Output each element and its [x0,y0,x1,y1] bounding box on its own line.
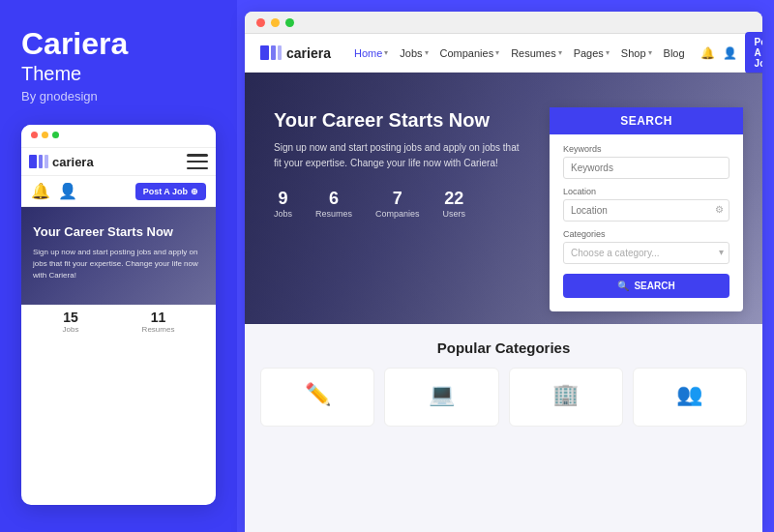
nav-post-job-button[interactable]: Post A Job ⊕ [745,32,762,74]
hero-stat-resumes-num: 6 [315,189,352,209]
hero-stat-users-num: 22 [443,189,466,209]
brand-subtitle: Theme [21,63,216,85]
nav-links: Home ▾ Jobs ▾ Companies ▾ Resumes ▾ Page… [354,47,685,59]
brand-name: Cariera [21,27,216,61]
hero-stat-jobs-num: 9 [274,189,292,209]
mobile-dot-yellow [42,132,48,138]
mobile-nav: cariera [21,148,216,176]
popular-section-title: Popular Categories [260,340,747,356]
hero-stat-resumes-label: Resumes [315,209,352,219]
ham-line-1 [187,154,208,157]
svg-rect-0 [29,155,37,168]
category-card-3[interactable]: 👥 [633,368,747,427]
nav-logo-text: cariera [286,45,331,61]
nav-link-shop[interactable]: Shop ▾ [621,47,652,59]
nav-right: 🔔 👤 Post A Job ⊕ [700,32,762,74]
nav-chevron-jobs: ▾ [425,48,429,57]
keywords-label: Keywords [563,144,729,154]
categories-chevron-icon: ▾ [719,247,724,257]
left-panel: Cariera Theme By gnodesign cariera [0,0,237,532]
mobile-stat-jobs-label: Jobs [63,325,79,334]
mobile-stat-resumes: 11 Resumes [142,310,175,334]
hero-stat-companies-num: 7 [375,189,420,209]
browser-dot-green [285,18,294,27]
hero-content: Your Career Starts Now Sign up now and s… [245,73,762,311]
nav-user-icon[interactable]: 👤 [723,46,737,60]
mobile-hero-title: Your Career Starts Now [33,224,204,241]
nav-link-companies[interactable]: Companies ▾ [440,47,500,59]
location-label: Location [563,187,729,196]
category-card-0[interactable]: ✏️ [260,368,374,427]
mobile-preview: cariera 🔔 👤 Post A Job ⊕ Your Career S [21,125,216,505]
location-icon: ⚙ [715,204,724,215]
nav-logo-icon [260,45,282,60]
hero-subtitle: Sign up now and start posting jobs and a… [274,140,525,171]
search-button-icon: 🔍 [617,281,629,291]
mobile-hero-content: Your Career Starts Now Sign up now and s… [33,224,204,281]
categories-select[interactable]: Choose a category... [563,242,729,264]
mobile-post-job-label: Post A Job [143,187,188,196]
mobile-stat-jobs: 15 Jobs [63,310,79,334]
mobile-window-dots [31,132,206,138]
ham-line-2 [187,161,208,163]
search-button-label: SEARCH [634,281,674,291]
nav-post-job-label: Post A Job [755,37,762,69]
category-card-2[interactable]: 🏢 [509,368,623,427]
mobile-post-job-button[interactable]: Post A Job ⊕ [135,183,206,200]
svg-rect-4 [271,45,276,60]
search-panel: SEARCH Keywords Location ⚙ Categories Ch… [550,107,743,311]
popular-section: Popular Categories ✏️ 💻 🏢 👥 [245,324,762,532]
nav-chevron-pages: ▾ [606,48,610,57]
location-field: ⚙ [563,199,729,229]
brand-by: By gnodesign [21,89,216,103]
mobile-stat-resumes-num: 11 [142,310,175,325]
mobile-hero: Your Career Starts Now Sign up now and s… [21,207,216,305]
nav-logo: cariera [260,45,331,61]
category-icon-2: 🏢 [518,382,614,407]
location-input[interactable] [563,199,729,222]
nav-link-jobs[interactable]: Jobs ▾ [400,47,428,59]
svg-rect-1 [39,155,43,168]
mobile-hero-subtitle: Sign up now and start posting jobs and a… [33,247,204,281]
nav-link-home[interactable]: Home ▾ [354,47,388,59]
mobile-logo-icon [29,155,48,168]
nav-bell-icon[interactable]: 🔔 [700,46,715,60]
nav-chevron-shop: ▾ [648,48,652,57]
hero-text: Your Career Starts Now Sign up now and s… [274,107,530,311]
mobile-post-job-icon: ⊕ [191,187,198,196]
website-hero: Your Career Starts Now Sign up now and s… [245,73,762,324]
mobile-top-bar [21,125,216,148]
hero-stat-companies: 7 Companies [375,189,420,219]
svg-rect-5 [278,45,282,60]
mobile-dot-red [31,132,38,138]
nav-link-resumes[interactable]: Resumes ▾ [511,47,561,59]
hero-stat-resumes: 6 Resumes [315,189,352,219]
mobile-icons-row: 🔔 👤 Post A Job ⊕ [21,176,216,207]
mobile-dot-green [52,132,59,138]
category-icon-3: 👥 [641,382,738,407]
nav-chevron-resumes: ▾ [558,48,562,57]
category-icon-1: 💻 [393,382,490,407]
categories-grid: ✏️ 💻 🏢 👥 [260,368,747,427]
nav-link-blog[interactable]: Blog [664,47,685,59]
category-card-1[interactable]: 💻 [384,368,498,427]
categories-field: Choose a category... ▾ [563,242,729,274]
mobile-logo-text: cariera [52,155,94,169]
hero-stat-jobs-label: Jobs [274,209,292,219]
mobile-footer-stats: 15 Jobs 11 Resumes [21,305,216,339]
mobile-user-icon[interactable]: 👤 [58,182,77,200]
search-button[interactable]: 🔍 SEARCH [563,274,729,298]
mobile-stat-jobs-num: 15 [63,310,79,325]
hero-stat-users: 22 Users [443,189,466,219]
hero-title: Your Career Starts Now [274,107,530,133]
nav-chevron-companies: ▾ [495,48,499,57]
mobile-bell-icon[interactable]: 🔔 [31,182,50,200]
hero-stats: 9 Jobs 6 Resumes 7 Companies 22 Users [274,189,530,219]
mobile-hamburger-icon[interactable] [187,154,208,169]
keywords-input[interactable] [563,157,729,179]
ham-line-3 [187,167,208,170]
hero-stat-users-label: Users [443,209,466,219]
nav-link-pages[interactable]: Pages ▾ [574,47,610,59]
browser-chrome [245,12,762,34]
website-nav: cariera Home ▾ Jobs ▾ Companies ▾ Resume… [245,34,762,73]
